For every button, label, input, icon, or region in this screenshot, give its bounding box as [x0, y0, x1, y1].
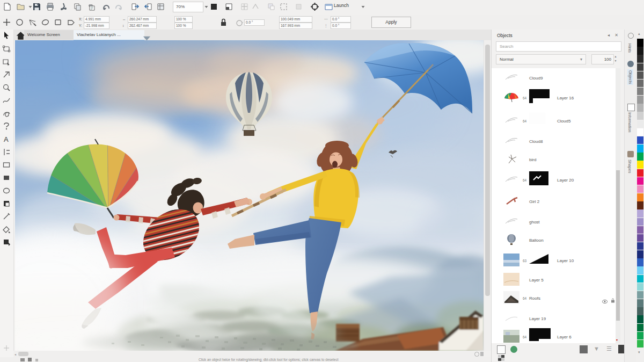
svg-text:A: A	[4, 135, 9, 143]
